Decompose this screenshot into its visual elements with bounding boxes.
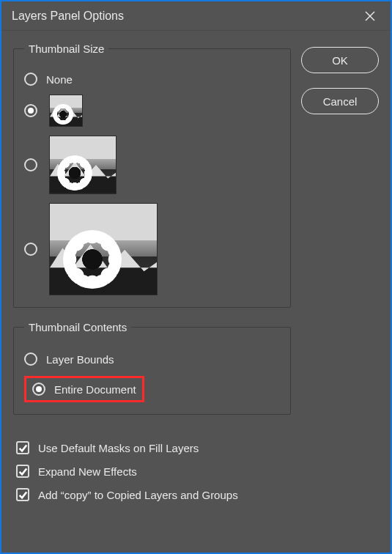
radio-large[interactable]	[24, 243, 37, 256]
radio-layer-bounds-label: Layer Bounds	[46, 353, 114, 366]
close-button[interactable]	[360, 6, 380, 26]
checkbox-default-masks-label: Use Default Masks on Fill Layers	[38, 442, 199, 454]
check-icon	[18, 490, 28, 500]
radio-entire-document-label: Entire Document	[54, 383, 136, 396]
ok-button[interactable]: OK	[301, 47, 379, 73]
button-column: OK Cancel	[301, 43, 379, 501]
flower-icon	[53, 104, 73, 125]
thumbnail-preview-large	[49, 203, 158, 295]
thumbnail-size-large-row[interactable]	[24, 203, 280, 295]
radio-none[interactable]	[24, 73, 37, 86]
dialog-title: Layers Panel Options	[12, 10, 124, 23]
checkbox-group: Use Default Masks on Fill Layers Expand …	[13, 428, 291, 501]
add-copy-row[interactable]: Add “copy” to Copied Layers and Groups	[16, 488, 288, 501]
entire-document-highlight: Entire Document	[24, 376, 144, 402]
checkbox-default-masks[interactable]	[16, 441, 29, 454]
thumbnail-size-legend: Thumbnail Size	[24, 43, 108, 55]
close-icon	[364, 10, 376, 22]
options-column: Thumbnail Size None	[13, 43, 291, 501]
thumbnail-contents-legend: Thumbnail Contents	[24, 321, 131, 333]
check-icon	[18, 443, 28, 453]
radio-none-label: None	[46, 73, 73, 86]
cancel-button[interactable]: Cancel	[301, 88, 379, 114]
checkbox-add-copy[interactable]	[16, 488, 29, 501]
thumbnail-preview-medium	[49, 136, 117, 194]
thumbnail-size-medium-row[interactable]	[24, 136, 280, 194]
checkbox-add-copy-label: Add “copy” to Copied Layers and Groups	[38, 489, 238, 501]
radio-medium[interactable]	[24, 158, 37, 171]
radio-layer-bounds[interactable]	[24, 352, 37, 366]
check-icon	[18, 466, 28, 476]
titlebar: Layers Panel Options	[1, 1, 391, 31]
flower-icon	[57, 155, 92, 191]
expand-effects-row[interactable]: Expand New Effects	[16, 465, 288, 478]
thumbnail-size-group: Thumbnail Size None	[13, 43, 291, 308]
default-masks-row[interactable]: Use Default Masks on Fill Layers	[16, 441, 288, 454]
checkbox-expand-effects-label: Expand New Effects	[38, 465, 137, 478]
thumbnail-contents-group: Thumbnail Contents Layer Bounds Entire D…	[13, 321, 291, 415]
thumbnail-size-small-row[interactable]	[24, 95, 280, 127]
thumbnail-preview-small	[49, 95, 83, 127]
flower-icon	[63, 230, 122, 289]
thumbnail-size-none-row[interactable]: None	[24, 73, 280, 86]
checkbox-expand-effects[interactable]	[16, 465, 29, 478]
dialog-content: Thumbnail Size None	[1, 31, 391, 509]
layer-bounds-row[interactable]: Layer Bounds	[24, 352, 280, 366]
radio-small[interactable]	[24, 104, 37, 117]
radio-entire-document[interactable]	[32, 383, 45, 396]
